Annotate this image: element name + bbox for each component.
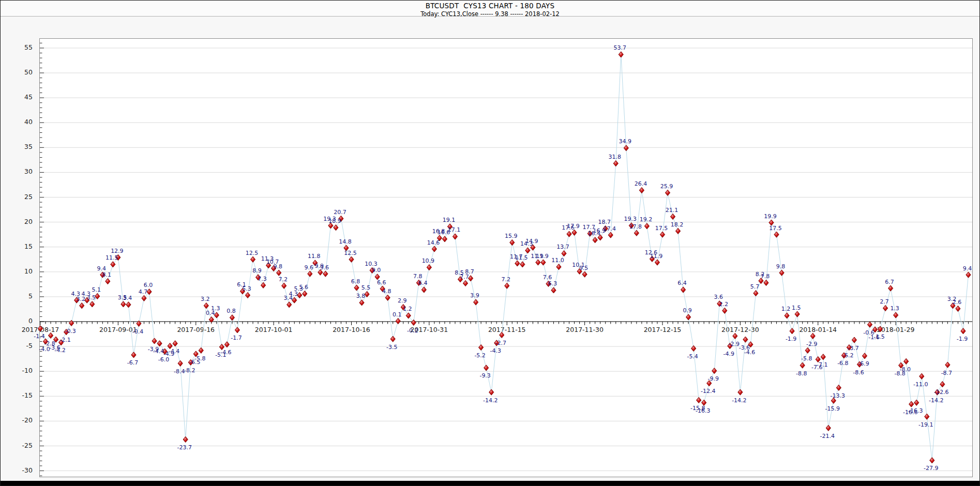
y-tick-label: 15 xyxy=(2,242,33,250)
data-point-label: -23.7 xyxy=(177,444,191,451)
y-tick-label: 40 xyxy=(2,118,33,126)
data-point-label: 18.7 xyxy=(598,219,611,225)
data-point-marker xyxy=(961,328,966,334)
data-point-marker xyxy=(126,302,131,308)
y-tick-label: 20 xyxy=(2,218,33,225)
x-tick-label: 2017-11-15 xyxy=(488,326,526,333)
data-point-marker xyxy=(743,337,748,342)
data-point-label: 53.7 xyxy=(614,44,627,51)
data-point-label: 5.6 xyxy=(299,284,309,291)
data-point-label: 7.6 xyxy=(543,274,552,281)
data-point-label: 15.9 xyxy=(505,233,518,239)
data-point-label: -6.9 xyxy=(858,360,869,367)
y-tick-label: 50 xyxy=(2,68,33,76)
data-point-marker xyxy=(945,362,950,368)
data-point-label: 11.9 xyxy=(536,253,549,260)
data-point-label: 6.4 xyxy=(418,280,428,286)
data-point-marker xyxy=(567,231,571,237)
chart-subtitle: Today: CYC13,Close ------ 9.38 ------ 20… xyxy=(1,10,979,18)
data-point-label: 19.2 xyxy=(640,216,653,223)
data-point-marker xyxy=(489,389,494,395)
data-point-label: -6.7 xyxy=(127,359,138,366)
data-point-marker xyxy=(292,297,297,303)
plot-area: 2017-08-172017-09-012017-09-162017-10-01… xyxy=(39,38,973,477)
data-point-label: 9.6 xyxy=(320,264,329,271)
data-point-label: 7.3 xyxy=(258,276,267,282)
data-point-label: 7.8 xyxy=(761,273,770,280)
data-point-marker xyxy=(940,382,945,387)
data-point-label: -2.7 xyxy=(495,340,506,346)
data-point-label: 11.9 xyxy=(650,253,663,260)
data-point-marker xyxy=(90,301,95,307)
data-point-label: -8.7 xyxy=(941,370,952,376)
data-point-marker xyxy=(245,292,250,298)
chart-title: BTCUSDT CYS13 CHART - 180 DAYS xyxy=(1,2,979,10)
data-point-label: 20.7 xyxy=(334,209,346,216)
data-point-label: -4.4 xyxy=(169,348,179,355)
data-point-label: -13.3 xyxy=(831,392,845,399)
y-tick-label: 5 xyxy=(2,292,33,300)
data-point-label: -4.3 xyxy=(490,347,501,354)
data-point-label: -1.7 xyxy=(231,335,242,341)
data-point-label: 4.7 xyxy=(139,288,148,295)
data-point-label: 9.6 xyxy=(305,264,314,271)
data-point-marker xyxy=(261,282,265,288)
data-point-label: 5.5 xyxy=(361,284,371,291)
data-point-label: 12.9 xyxy=(111,248,124,254)
data-point-label: -1.9 xyxy=(786,336,796,342)
data-point-label: 2.7 xyxy=(880,298,889,305)
data-point-label: -1.5 xyxy=(873,333,884,340)
data-point-label: -2.1 xyxy=(59,337,70,343)
data-point-label: 17.5 xyxy=(769,225,782,232)
data-point-label: 1.2 xyxy=(403,306,412,312)
data-point-marker xyxy=(365,291,369,297)
data-point-label: 3.2 xyxy=(201,296,210,302)
data-point-marker xyxy=(479,344,484,350)
data-point-label: -14.2 xyxy=(483,397,497,404)
data-point-label: 9.5 xyxy=(579,265,589,271)
data-point-marker xyxy=(515,261,520,266)
data-point-marker xyxy=(390,336,395,342)
data-point-marker xyxy=(385,295,390,300)
data-point-label: 14.9 xyxy=(525,238,538,245)
data-point-marker xyxy=(862,353,867,359)
data-point-marker xyxy=(665,190,670,195)
data-point-label: 9.4 xyxy=(97,265,107,272)
data-point-marker xyxy=(867,322,872,327)
data-point-marker xyxy=(463,280,468,286)
data-point-marker xyxy=(520,262,525,267)
x-tick-label: 2017-12-15 xyxy=(644,326,682,333)
data-point-marker xyxy=(686,314,691,320)
data-point-label: 11.8 xyxy=(308,253,321,260)
y-tick-label: 35 xyxy=(2,143,33,150)
data-point-marker xyxy=(909,401,914,407)
data-point-marker xyxy=(359,300,364,306)
data-point-marker xyxy=(624,145,628,151)
data-point-label: 19.3 xyxy=(624,216,637,222)
data-point-label: 6.7 xyxy=(885,279,894,285)
data-point-marker xyxy=(121,301,126,307)
y-tick-label: -15 xyxy=(2,391,33,399)
data-point-label: 17.4 xyxy=(604,225,616,232)
data-point-label: 12.5 xyxy=(344,250,357,256)
data-point-marker xyxy=(510,239,515,245)
data-point-marker xyxy=(836,385,841,390)
data-point-label: 9.4 xyxy=(963,265,972,272)
data-point-label: 0.1 xyxy=(393,311,402,318)
data-point-label: 0.9 xyxy=(683,307,692,314)
data-point-label: 7.2 xyxy=(278,276,288,283)
data-point-marker xyxy=(204,303,208,309)
data-point-label: -16.3 xyxy=(696,407,710,414)
data-point-marker xyxy=(214,312,219,318)
data-point-label: 9.8 xyxy=(273,263,282,270)
data-point-marker xyxy=(904,358,909,364)
data-point-marker xyxy=(810,333,815,339)
data-point-label: -3.5 xyxy=(386,344,397,351)
data-point-marker xyxy=(230,315,234,321)
data-point-marker xyxy=(779,270,784,276)
data-point-label: 18.9 xyxy=(328,218,341,224)
data-point-label: -14.2 xyxy=(929,397,943,404)
data-point-label: 3.4 xyxy=(123,295,132,301)
data-point-marker xyxy=(660,232,665,237)
data-point-marker xyxy=(670,214,675,219)
